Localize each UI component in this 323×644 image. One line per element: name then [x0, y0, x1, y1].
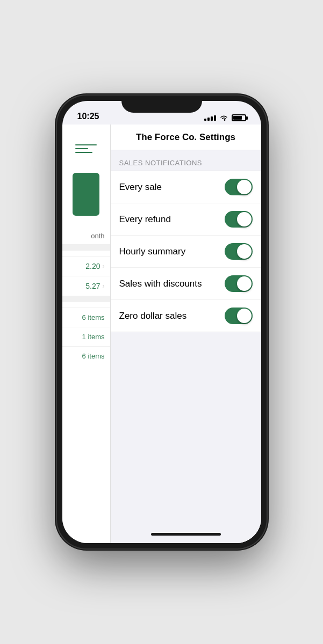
toggle-knob-sales-with-discounts	[237, 276, 252, 291]
nav-bar: The Force Co. Settings	[111, 125, 261, 150]
settings-row-sales-with-discounts: Sales with discounts	[111, 268, 261, 300]
toggle-knob-every-refund	[237, 212, 252, 226]
sidebar: onth 2.20 › 5.27 ›	[62, 125, 111, 543]
sidebar-row-2[interactable]: 5.27 ›	[62, 276, 110, 296]
section-header-text: SALES NOTIFICATIONS	[119, 159, 202, 167]
sidebar-items: 6 items 1 items 6 items	[62, 308, 110, 365]
sidebar-value-2: 5.27	[85, 282, 100, 290]
content-area: onth 2.20 › 5.27 ›	[62, 125, 261, 543]
battery-icon	[232, 114, 246, 121]
wifi-icon	[219, 114, 228, 121]
sidebar-items-2[interactable]: 1 items	[62, 327, 110, 346]
filter-icon[interactable]	[75, 141, 97, 157]
settings-label-every-refund: Every refund	[119, 214, 171, 225]
signal-icon	[204, 115, 216, 121]
toggle-knob-hourly-summary	[237, 244, 252, 259]
toggle-knob-every-sale	[237, 180, 252, 194]
toggle-sales-with-discounts[interactable]	[225, 275, 253, 292]
status-icons	[204, 114, 246, 121]
status-time: 10:25	[77, 112, 99, 121]
sidebar-month-label: onth	[62, 232, 110, 240]
sidebar-chevron-2: ›	[103, 282, 105, 290]
home-bar	[151, 533, 221, 536]
settings-group: Every sale Every refund	[111, 171, 261, 332]
settings-row-every-sale: Every sale	[111, 171, 261, 203]
toggle-zero-dollar-sales[interactable]	[225, 308, 253, 324]
empty-area	[111, 332, 261, 525]
section-header: SALES NOTIFICATIONS	[111, 150, 261, 171]
sidebar-divider-2	[62, 296, 110, 302]
battery-fill	[233, 116, 242, 120]
sidebar-items-3[interactable]: 6 items	[62, 346, 110, 365]
settings-label-zero-dollar-sales: Zero dollar sales	[119, 311, 187, 321]
settings-row-every-refund: Every refund	[111, 203, 261, 236]
nav-title: The Force Co. Settings	[136, 132, 235, 143]
notch	[121, 96, 202, 113]
home-indicator	[111, 525, 261, 543]
right-panel: The Force Co. Settings SALES NOTIFICATIO…	[111, 125, 261, 543]
phone-screen: 10:25	[62, 101, 261, 543]
sidebar-value-1: 2.20	[85, 262, 100, 270]
sidebar-items-1[interactable]: 6 items	[62, 308, 110, 327]
settings-row-hourly-summary: Hourly summary	[111, 236, 261, 268]
toggle-every-refund[interactable]	[225, 211, 253, 228]
sidebar-chevron-1: ›	[103, 262, 105, 270]
sidebar-divider	[62, 244, 110, 251]
phone-wrapper: 10:25	[0, 0, 323, 644]
toggle-knob-zero-dollar-sales	[237, 309, 252, 323]
sidebar-chart-bar	[73, 173, 99, 216]
toggle-every-sale[interactable]	[225, 179, 253, 195]
sidebar-row-1[interactable]: 2.20 ›	[62, 256, 110, 276]
settings-label-hourly-summary: Hourly summary	[119, 246, 186, 257]
settings-label-every-sale: Every sale	[119, 182, 162, 193]
settings-row-zero-dollar-sales: Zero dollar sales	[111, 300, 261, 332]
settings-label-sales-with-discounts: Sales with discounts	[119, 279, 202, 289]
phone-frame: 10:25	[57, 96, 267, 548]
sidebar-rows: 2.20 › 5.27 ›	[62, 256, 110, 296]
toggle-hourly-summary[interactable]	[225, 243, 253, 260]
